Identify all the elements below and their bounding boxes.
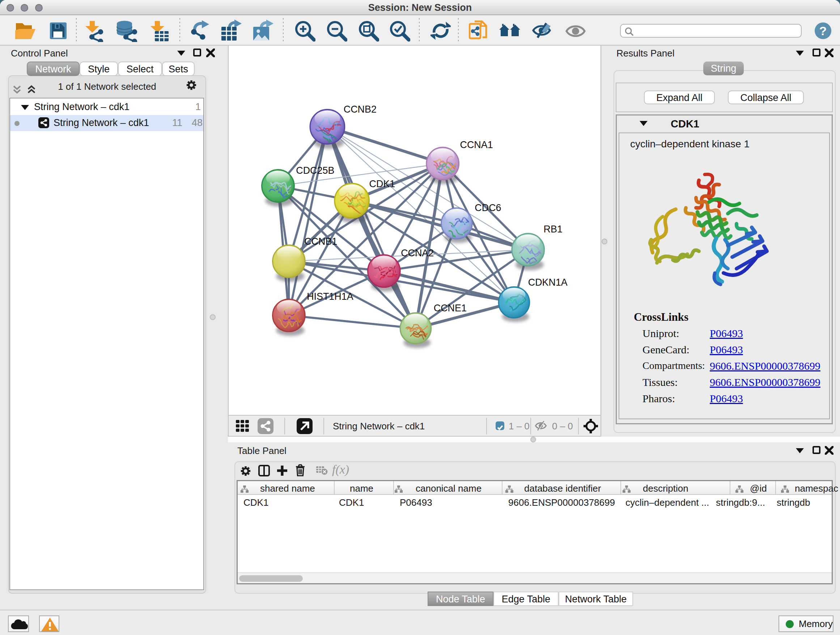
svg-text:CDC6: CDC6	[475, 203, 501, 213]
svg-text:CCNE1: CCNE1	[434, 302, 467, 314]
svg-text:HIST1H1A: HIST1H1A	[307, 291, 354, 302]
svg-text:RB1: RB1	[544, 224, 562, 234]
svg-text:CDC25B: CDC25B	[296, 165, 334, 176]
svg-text:CDK1: CDK1	[369, 179, 395, 189]
svg-text:CDKN1A: CDKN1A	[528, 277, 568, 288]
svg-text:CCNA1: CCNA1	[460, 139, 493, 150]
svg-text:CCNA2: CCNA2	[401, 248, 434, 258]
svg-text:CCNB2: CCNB2	[344, 104, 377, 115]
svg-text:CCNB1: CCNB1	[304, 236, 337, 247]
